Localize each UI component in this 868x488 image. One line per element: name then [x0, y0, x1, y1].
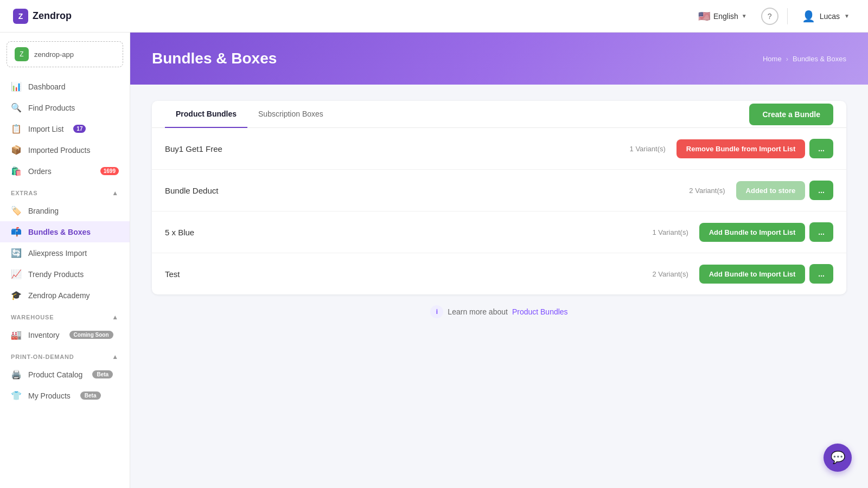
breadcrumb: Home › Bundles & Boxes [763, 55, 846, 63]
section-extras-label: EXTRAS [11, 190, 37, 196]
bundle-variants-buy1get1: 1 Variant(s) [630, 145, 666, 153]
my-products-icon: 👕 [11, 390, 22, 401]
product-catalog-icon: 🖨️ [11, 369, 22, 380]
inventory-icon: 🏭 [11, 330, 22, 340]
store-icon: Z [15, 47, 29, 61]
sidebar-item-trendy[interactable]: 📈 Trendy Products [0, 264, 130, 285]
main-content: Bundles & Boxes Home › Bundles & Boxes P… [130, 33, 868, 488]
sidebar-item-inventory[interactable]: 🏭 Inventory Coming Soon [0, 324, 130, 345]
divider [787, 8, 788, 24]
sidebar-label-inventory: Inventory [28, 331, 60, 339]
language-selector[interactable]: 🇺🇸 English ▼ [693, 7, 752, 25]
info-footer: i Learn more about Product Bundles [152, 294, 846, 329]
sidebar-item-academy[interactable]: 🎓 Zendrop Academy [0, 285, 130, 306]
search-icon: 🔍 [11, 102, 22, 113]
page-body: Product Bundles Subscription Boxes Creat… [130, 85, 868, 488]
sidebar-item-import-list[interactable]: 📋 Import List 17 [0, 118, 130, 139]
bundle-variants-deduct: 2 Variant(s) [689, 187, 725, 195]
breadcrumb-home[interactable]: Home [763, 55, 782, 63]
section-pod-header: PRINT-ON-DEMAND ▲ [0, 345, 130, 364]
bundle-variants-test: 2 Variant(s) [653, 270, 688, 278]
sidebar-item-dashboard[interactable]: 📊 Dashboard [0, 76, 130, 97]
store-selector[interactable]: Z zendrop-app [7, 41, 123, 67]
chat-button[interactable]: 💬 [824, 444, 852, 472]
page-title: Bundles & Boxes [152, 50, 277, 67]
user-name: Lucas [820, 12, 840, 21]
logo-text: Zendrop [33, 10, 72, 22]
help-button[interactable]: ? [761, 8, 778, 25]
import-list-icon: 📋 [11, 124, 22, 134]
tabs-list: Product Bundles Subscription Boxes [165, 101, 334, 127]
sidebar-item-aliexpress[interactable]: 🔄 Aliexpress Import [0, 242, 130, 264]
sidebar-item-find-products[interactable]: 🔍 Find Products [0, 97, 130, 118]
add-bundle-button-5xblue[interactable]: Add Bundle to Import List [699, 223, 806, 242]
more-options-button-deduct[interactable]: ... [809, 181, 833, 200]
user-menu[interactable]: 👤 Lucas ▼ [796, 7, 855, 26]
sidebar-item-orders[interactable]: 🛍️ Orders 1699 [0, 160, 130, 182]
sidebar-item-branding[interactable]: 🏷️ Branding [0, 200, 130, 221]
pod-toggle-icon[interactable]: ▲ [112, 353, 119, 361]
chevron-down-icon: ▼ [742, 13, 747, 19]
sidebar-label-branding: Branding [28, 207, 59, 215]
bundles-card: Product Bundles Subscription Boxes Creat… [152, 101, 846, 294]
create-bundle-button[interactable]: Create a Bundle [749, 104, 833, 125]
sidebar-label-academy: Zendrop Academy [28, 291, 90, 300]
tab-product-bundles[interactable]: Product Bundles [165, 101, 247, 128]
orders-badge: 1699 [100, 167, 119, 175]
sidebar-item-imported-products[interactable]: 📦 Imported Products [0, 139, 130, 160]
bundle-row: Test 2 Variant(s) Add Bundle to Import L… [152, 253, 846, 294]
bundle-name-deduct: Bundle Deduct [165, 186, 689, 195]
section-extras-header: EXTRAS ▲ [0, 182, 130, 200]
sidebar-label-dashboard: Dashboard [28, 82, 66, 91]
sidebar-label-orders: Orders [28, 167, 52, 176]
tabs-header: Product Bundles Subscription Boxes Creat… [152, 101, 846, 128]
main-layout: Z zendrop-app 📊 Dashboard 🔍 Find Product… [0, 33, 868, 488]
more-options-button-buy1get1[interactable]: ... [809, 139, 833, 158]
import-list-badge: 17 [73, 125, 86, 133]
sidebar-label-bundles: Bundles & Boxes [28, 228, 91, 236]
dashboard-icon: 📊 [11, 81, 22, 92]
sidebar-item-my-products[interactable]: 👕 My Products Beta [0, 385, 130, 406]
sidebar-label-trendy: Trendy Products [28, 270, 84, 279]
added-store-button-deduct: Added to store [736, 181, 806, 200]
my-products-badge: Beta [80, 391, 101, 400]
store-name: zendrop-app [34, 50, 74, 59]
logo-icon: Z [13, 9, 28, 24]
sidebar-label-aliexpress: Aliexpress Import [28, 249, 87, 258]
sidebar-item-bundles[interactable]: 📫 Bundles & Boxes [0, 221, 130, 242]
academy-icon: 🎓 [11, 290, 22, 300]
more-options-button-5xblue[interactable]: ... [809, 222, 833, 242]
topbar: Z Zendrop 🇺🇸 English ▼ ? 👤 Lucas ▼ [0, 0, 868, 33]
bundle-name-5xblue: 5 x Blue [165, 228, 653, 237]
aliexpress-icon: 🔄 [11, 248, 22, 258]
sidebar-label-my-products: My Products [28, 391, 71, 400]
section-warehouse-label: WAREHOUSE [11, 314, 54, 320]
sidebar-label-product-catalog: Product Catalog [28, 370, 82, 379]
tab-subscription-boxes[interactable]: Subscription Boxes [247, 101, 334, 128]
user-chevron-icon: ▼ [844, 13, 850, 19]
section-warehouse-header: WAREHOUSE ▲ [0, 306, 130, 324]
extras-toggle-icon[interactable]: ▲ [112, 189, 119, 197]
bundle-name-test: Test [165, 269, 653, 279]
sidebar-item-product-catalog[interactable]: 🖨️ Product Catalog Beta [0, 364, 130, 385]
bundles-icon: 📫 [11, 227, 22, 237]
sidebar-label-find-products: Find Products [28, 104, 75, 112]
bundle-name-buy1get1: Buy1 Get1 Free [165, 144, 630, 153]
more-options-button-test[interactable]: ... [809, 264, 833, 284]
orders-icon: 🛍️ [11, 166, 22, 176]
trendy-icon: 📈 [11, 269, 22, 279]
warehouse-toggle-icon[interactable]: ▲ [112, 313, 119, 321]
product-bundles-link[interactable]: Product Bundles [512, 307, 568, 316]
flag-icon: 🇺🇸 [698, 10, 710, 22]
bundle-row: Bundle Deduct 2 Variant(s) Added to stor… [152, 170, 846, 211]
bundle-variants-5xblue: 1 Variant(s) [653, 228, 688, 236]
bundle-row: 5 x Blue 1 Variant(s) Add Bundle to Impo… [152, 211, 846, 253]
page-header: Bundles & Boxes Home › Bundles & Boxes [130, 33, 868, 85]
remove-bundle-button-buy1get1[interactable]: Remove Bundle from Import List [676, 139, 806, 158]
sidebar: Z zendrop-app 📊 Dashboard 🔍 Find Product… [0, 33, 130, 488]
topbar-right: 🇺🇸 English ▼ ? 👤 Lucas ▼ [693, 7, 855, 26]
inventory-badge: Coming Soon [69, 331, 113, 339]
info-text: Learn more about [448, 307, 508, 316]
add-bundle-button-test[interactable]: Add Bundle to Import List [699, 265, 806, 284]
info-icon: i [430, 305, 443, 318]
